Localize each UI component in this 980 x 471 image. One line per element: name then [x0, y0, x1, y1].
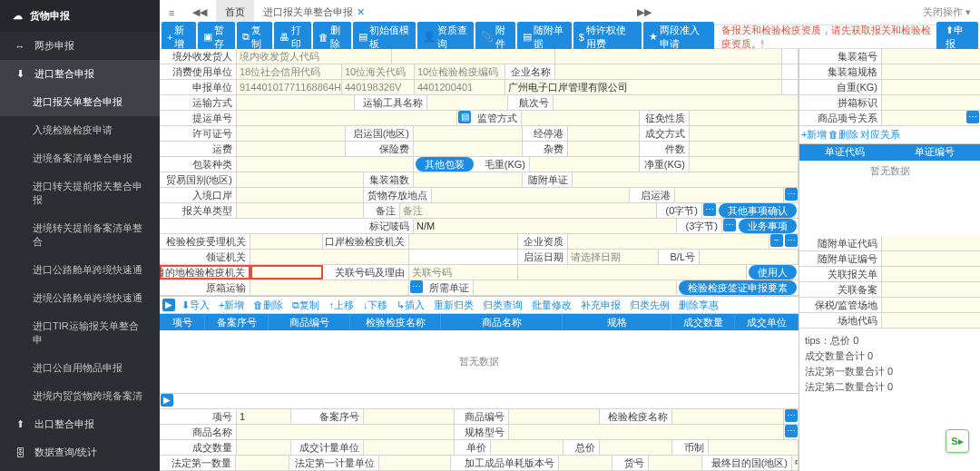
mt-down[interactable]: ↓下移: [359, 299, 392, 312]
rp-rel[interactable]: 对应关系: [860, 128, 900, 142]
sidebar-sub-6[interactable]: 进口公路舱单跨境快速通: [0, 256, 160, 284]
mt-batchmod[interactable]: 批量修改: [528, 299, 575, 312]
other-pack-button[interactable]: 其他包装: [416, 157, 474, 172]
right-panel: 集装箱号 集装箱规格 自重(KG) 拼箱标识 商品项号关系⋯ +新增 🗑删除 对…: [799, 49, 980, 471]
app-title: ☁ 货物申报: [0, 0, 160, 32]
save-button[interactable]: ▣暂存: [198, 22, 235, 53]
other-confirm-button[interactable]: 其他事项确认: [719, 203, 797, 218]
app-title-text: 货物申报: [30, 9, 70, 23]
down-icon: ⬇: [13, 68, 27, 80]
sidebar-sub-9[interactable]: 进口公自用物品申报: [0, 354, 160, 382]
new-button[interactable]: +新增: [162, 22, 196, 53]
declare-button[interactable]: ⬆申报: [936, 22, 978, 53]
label: 境外收发货人: [160, 49, 237, 64]
rp-toolbar: +新增 🗑删除 对应关系: [799, 126, 980, 144]
doc-icon[interactable]: ▤: [458, 111, 471, 123]
tab-import[interactable]: 进口报关单整合申报 ✕: [254, 0, 374, 25]
back-icon[interactable]: ◀◀: [183, 0, 216, 25]
sidebar-sub-10[interactable]: 进境内贸货物跨境备案清: [0, 382, 160, 410]
sidebar-sub-8[interactable]: 进口TIR运输报关单整合申: [0, 312, 160, 354]
db-icon: 🗄: [13, 447, 27, 458]
copy-button[interactable]: ⧉复制: [237, 22, 272, 53]
sidebar-sub-3[interactable]: 进境备案清单整合申报: [0, 144, 160, 172]
mt-regroup[interactable]: 重新归类: [430, 299, 477, 312]
sidebar-item-query[interactable]: 🗄数据查询/统计: [0, 438, 160, 466]
dest-inspect-field[interactable]: [250, 265, 323, 280]
sidebar-sub-7[interactable]: 进境公路舱单跨境快速通: [0, 284, 160, 312]
up-icon: ⬆: [13, 418, 27, 430]
grid-header: 项号 备案序号 商品编号 检验检疫名称 商品名称 规格 成交数量 成交单位: [160, 314, 799, 330]
arrows-icon: ↔: [13, 41, 27, 52]
sidebar: ☁ 货物申报 ↔两步申报 ⬇进口整合申报 进口报关单整合申报 入境检验检疫申请 …: [0, 0, 160, 471]
biz-button[interactable]: 业务事项: [739, 219, 797, 233]
warning-text: 备报关和检验检疫资质，请先获取报关和检验检疫资质。!: [721, 24, 935, 51]
mt-supp[interactable]: 补充申报: [577, 299, 624, 312]
tips: tips：总价 0 成交数量合计 0 法定第一数量合计 0 法定第二数量合计 0: [799, 329, 980, 399]
sidebar-item-export[interactable]: ⬆出口整合申报: [0, 410, 160, 438]
mini-toolbar: ▶ ⬇导入 +新增 🗑删除 ⧉复制 ↑上移 ↓下移 ↳插入 重新归类 归类查询 …: [160, 296, 799, 314]
attach-button[interactable]: 📎附件: [475, 22, 515, 53]
mt-import[interactable]: ⬇导入: [178, 299, 213, 312]
print-button[interactable]: 🖶打印: [274, 22, 312, 53]
float-button[interactable]: S▸: [946, 429, 969, 453]
sidebar-item-import[interactable]: ⬇进口整合申报: [0, 60, 160, 88]
delete-button[interactable]: 🗑删除: [313, 22, 351, 53]
rp-empty: 暂无数据: [799, 161, 980, 182]
inspect-elem-button[interactable]: 检验检疫签证申报要素: [679, 280, 797, 295]
sidebar-sub-2[interactable]: 入境检验检疫申请: [0, 116, 160, 144]
mt-delx[interactable]: 删除享惠: [675, 299, 722, 312]
sui-button[interactable]: ▤随附单据: [517, 22, 571, 53]
toolbar: +新增 ▣暂存 ⧉复制 🖶打印 🗑删除 ▤初始值模板 👤资质查询 📎附件 ▤随附…: [160, 25, 980, 49]
expand-icon[interactable]: ▶: [161, 394, 173, 407]
rp-header: 单证代码 单证编号: [799, 144, 980, 161]
grid-body: 暂无数据: [160, 330, 799, 394]
sidebar-sub-4[interactable]: 进口转关提前报关整合申报: [0, 172, 160, 214]
tab-home[interactable]: 首页: [216, 0, 254, 25]
spec-button[interactable]: $特许权使用费: [573, 22, 642, 53]
mt-del[interactable]: 🗑删除: [250, 299, 287, 312]
mt-new[interactable]: +新增: [215, 299, 248, 312]
two-button[interactable]: ★两段准入申请: [643, 22, 714, 53]
main: ≡ ◀◀ 首页 进口报关单整合申报 ✕ ▶▶ 关闭操作 ▾ +新增 ▣暂存 ⧉复…: [160, 0, 980, 471]
close-icon[interactable]: ✕: [357, 6, 365, 18]
mt-insert[interactable]: ↳插入: [393, 299, 428, 312]
query-button[interactable]: 👤资质查询: [417, 22, 475, 53]
close-op[interactable]: 关闭操作 ▾: [914, 5, 980, 19]
mt-prio[interactable]: 归类先例: [626, 299, 673, 312]
mt-up[interactable]: ↑上移: [325, 299, 358, 312]
expand-icon[interactable]: ▶: [162, 299, 175, 311]
init-button[interactable]: ▤初始值模板: [353, 22, 416, 53]
form-area: 境外收发货人境内收发货人代码 消费使用单位18位社会信用代码10位海关代码10位…: [160, 49, 799, 471]
menu-icon[interactable]: ≡: [160, 0, 183, 25]
mt-batch[interactable]: 归类查询: [479, 299, 526, 312]
cloud-icon: ☁: [13, 10, 23, 22]
sidebar-sub-5[interactable]: 进境转关提前备案清单整合: [0, 214, 160, 256]
field[interactable]: 境内收发货人代码: [237, 49, 392, 64]
rp-del[interactable]: 🗑删除: [828, 128, 858, 142]
user-button[interactable]: 使用人: [749, 265, 797, 280]
mt-copy[interactable]: ⧉复制: [289, 299, 323, 312]
forward-icon[interactable]: ▶▶: [628, 0, 661, 25]
dest-inspect-label: 目的地检验检疫机关: [160, 265, 250, 280]
sidebar-sub-1[interactable]: 进口报关单整合申报: [0, 88, 160, 116]
rp-new[interactable]: +新增: [801, 128, 827, 142]
sidebar-item-twostep[interactable]: ↔两步申报: [0, 32, 160, 60]
sidebar-item-amend[interactable]: ↩修撤单: [0, 466, 160, 471]
